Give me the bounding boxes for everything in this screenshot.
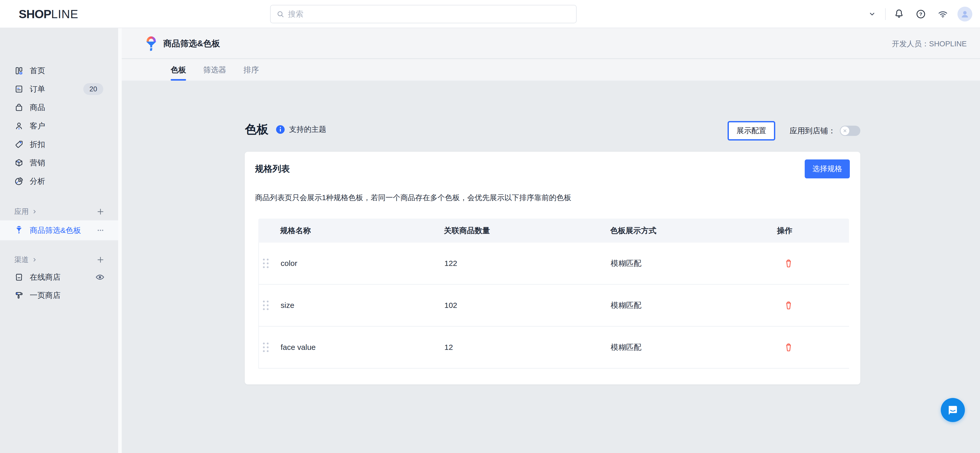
spec-table-header: 规格名称 关联商品数量 色板展示方式 操作: [258, 219, 849, 242]
help-icon[interactable]: ?: [915, 9, 926, 19]
trash-icon: [784, 342, 794, 352]
marketing-box-icon: [14, 158, 24, 167]
orders-count-badge: 20: [83, 83, 103, 95]
more-options-icon[interactable]: [96, 226, 105, 235]
sidebar-item-label: 折扣: [30, 139, 45, 150]
drag-handle-icon[interactable]: [263, 343, 269, 352]
column-header: 操作: [777, 225, 849, 236]
column-header: 关联商品数量: [444, 225, 610, 236]
developer-label: 开发人员：SHOPLINE: [892, 39, 967, 49]
column-header: 色板展示方式: [610, 225, 777, 236]
chevron-right-icon: [32, 209, 37, 214]
search-icon: [276, 10, 285, 18]
svg-text:?: ?: [919, 11, 922, 17]
drag-handle-icon[interactable]: [263, 301, 269, 310]
select-spec-button[interactable]: 选择规格: [805, 160, 850, 178]
tab-palette[interactable]: 色板: [171, 59, 186, 81]
toggle-knob: [841, 127, 849, 135]
app-title: 商品筛选&色板: [163, 38, 220, 49]
chat-bubble-icon: [946, 403, 959, 417]
shopline-logo: SHOPLINE: [19, 7, 78, 21]
palette-display-mode-cell: 模糊匹配: [611, 342, 778, 353]
sidebar: 首页 订单 20 商品 客户 折扣: [0, 28, 122, 453]
display-config-button[interactable]: 展示配置: [727, 121, 775, 141]
sidebar-item-discounts[interactable]: 折扣: [0, 135, 118, 154]
spec-table-row: size 102 模糊匹配: [259, 285, 849, 326]
add-channel-button[interactable]: [96, 255, 105, 264]
tab-filter[interactable]: 筛选器: [203, 59, 226, 81]
global-search[interactable]: [270, 5, 577, 23]
sidebar-item-orders[interactable]: 订单 20: [0, 80, 118, 98]
sidebar-item-label: 分析: [30, 176, 45, 187]
spec-list-card: 规格列表 选择规格 商品列表页只会展示1种规格色板，若同一个商品存在多个色板，会…: [245, 152, 860, 385]
page-title: 色板: [245, 122, 269, 138]
sidebar-item-home[interactable]: 首页: [0, 62, 118, 80]
funnel-app-icon: [14, 226, 24, 235]
spec-table-row: color 122 模糊匹配: [259, 242, 849, 285]
trash-icon: [784, 301, 794, 310]
logo-text-bold: SHOP: [19, 7, 51, 21]
sidebar-item-label: 一页商店: [30, 290, 60, 301]
chevron-down-icon[interactable]: [868, 10, 877, 18]
related-product-count-cell: 12: [444, 343, 611, 352]
app-header: 商品筛选&色板 开发人员：SHOPLINE: [122, 28, 980, 59]
sidebar-item-label: 商品: [30, 102, 45, 113]
sidebar-item-label: 营销: [30, 158, 45, 168]
sidebar-item-product-filter-app[interactable]: 商品筛选&色板: [0, 220, 118, 240]
sidebar-item-label: 订单: [30, 84, 45, 95]
storefront-icon: [14, 272, 24, 282]
spec-name-cell: size: [281, 301, 444, 310]
trash-icon: [784, 258, 794, 268]
network-wifi-icon[interactable]: [937, 8, 949, 20]
sidebar-item-label: 商品筛选&色板: [30, 225, 81, 236]
card-title: 规格列表: [255, 163, 290, 175]
apply-to-store-toggle[interactable]: [840, 126, 860, 136]
tab-sort[interactable]: 排序: [243, 59, 259, 81]
sidebar-item-marketing[interactable]: 营销: [0, 154, 118, 172]
notifications-bell-icon[interactable]: [893, 8, 905, 20]
related-product-count-cell: 122: [444, 259, 611, 268]
add-app-button[interactable]: [96, 207, 105, 216]
sidebar-item-products[interactable]: 商品: [0, 98, 118, 117]
sidebar-item-customers[interactable]: 客户: [0, 117, 118, 135]
page-controls: 展示配置 应用到店铺：: [727, 121, 860, 141]
topbar: SHOPLINE ?: [0, 0, 980, 28]
delete-spec-button[interactable]: [783, 257, 794, 269]
discount-tag-icon: [14, 140, 24, 149]
card-description: 商品列表页只会展示1种规格色板，若同一个商品存在多个色板，会优先展示以下排序靠前…: [255, 193, 571, 203]
drag-handle-icon[interactable]: [263, 259, 269, 268]
delete-spec-button[interactable]: [783, 299, 794, 311]
related-product-count-cell: 102: [444, 301, 611, 310]
orders-icon: [14, 84, 24, 93]
palette-display-mode-cell: 模糊匹配: [611, 300, 778, 311]
delete-spec-button[interactable]: [783, 341, 794, 353]
section-channels-label: 渠道: [14, 255, 29, 265]
spec-table-row: face value 12 模糊匹配: [259, 326, 849, 369]
sidebar-item-label: 首页: [30, 65, 45, 76]
content-area: 色板 支持的主题 展示配置 应用到店铺： 规格列表 选择规格: [122, 81, 980, 453]
supported-themes-link[interactable]: 支持的主题: [289, 124, 326, 135]
sidebar-item-analytics[interactable]: 分析: [0, 172, 118, 190]
sidebar-item-online-store[interactable]: 在线商店: [0, 268, 118, 287]
user-avatar[interactable]: [958, 7, 972, 22]
sidebar-section-apps[interactable]: 应用: [0, 203, 118, 221]
search-input[interactable]: [288, 10, 571, 18]
palette-display-mode-cell: 模糊匹配: [611, 258, 778, 269]
chevron-right-icon: [32, 257, 37, 263]
topbar-divider: [885, 8, 886, 20]
card-header: 规格列表 选择规格: [255, 159, 850, 179]
visibility-eye-icon[interactable]: [95, 272, 105, 282]
sidebar-item-one-page-store[interactable]: 一页商店: [0, 286, 118, 304]
analytics-pie-icon: [14, 177, 24, 186]
sidebar-item-label: 在线商店: [30, 272, 60, 282]
logo-text-light: LINE: [51, 7, 78, 21]
tabstrip: 色板 筛选器 排序: [122, 59, 980, 81]
spec-table: 规格名称 关联商品数量 色板展示方式 操作 color 122 模糊匹配 siz…: [258, 219, 849, 369]
main-area: 商品筛选&色板 开发人员：SHOPLINE 色板 筛选器 排序 色板 支持的主题…: [122, 28, 980, 453]
sidebar-section-channels[interactable]: 渠道: [0, 250, 118, 269]
paint-roller-icon: [14, 291, 24, 300]
info-icon[interactable]: [275, 124, 285, 135]
products-bag-icon: [14, 103, 24, 112]
chat-support-button[interactable]: [941, 398, 965, 422]
spec-name-cell: color: [281, 259, 444, 268]
